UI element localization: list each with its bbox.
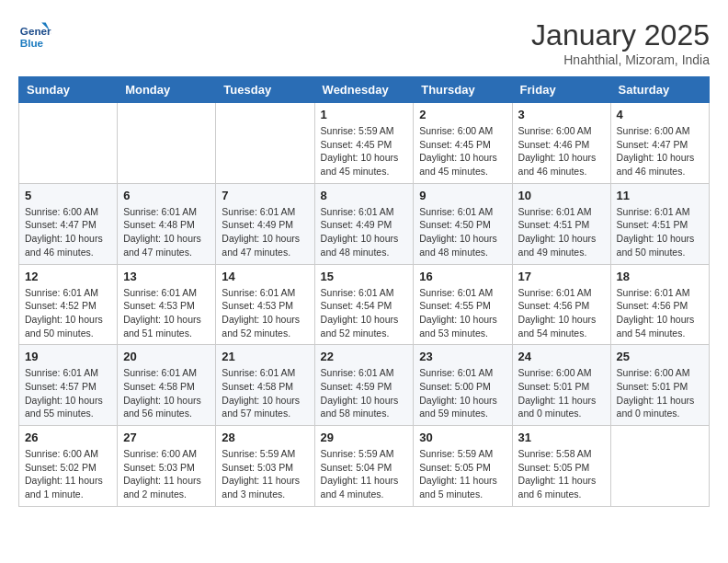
day-number: 12 bbox=[25, 270, 111, 283]
day-info: Sunrise: 6:01 AM Sunset: 4:59 PM Dayligh… bbox=[321, 366, 408, 420]
calendar-cell: 8Sunrise: 6:01 AM Sunset: 4:49 PM Daylig… bbox=[314, 183, 414, 264]
calendar-cell: 2Sunrise: 6:00 AM Sunset: 4:45 PM Daylig… bbox=[414, 103, 512, 184]
week-row-2: 5Sunrise: 6:00 AM Sunset: 4:47 PM Daylig… bbox=[19, 183, 710, 264]
day-info: Sunrise: 6:00 AM Sunset: 5:01 PM Dayligh… bbox=[617, 366, 703, 420]
day-number: 24 bbox=[518, 350, 605, 363]
calendar-cell: 11Sunrise: 6:01 AM Sunset: 4:51 PM Dayli… bbox=[610, 183, 709, 264]
day-number: 3 bbox=[518, 108, 605, 121]
day-info: Sunrise: 6:01 AM Sunset: 4:49 PM Dayligh… bbox=[222, 205, 308, 259]
page-header: General Blue January 2025 Hnahthial, Miz… bbox=[18, 18, 710, 67]
calendar-cell bbox=[610, 426, 709, 507]
day-info: Sunrise: 6:00 AM Sunset: 4:45 PM Dayligh… bbox=[419, 124, 506, 178]
weekday-header-row: SundayMondayTuesdayWednesdayThursdayFrid… bbox=[19, 77, 710, 103]
weekday-header-monday: Monday bbox=[118, 77, 216, 103]
calendar-cell: 24Sunrise: 6:00 AM Sunset: 5:01 PM Dayli… bbox=[512, 345, 610, 426]
calendar-cell bbox=[216, 103, 314, 184]
day-number: 29 bbox=[321, 431, 408, 444]
calendar-cell: 20Sunrise: 6:01 AM Sunset: 4:58 PM Dayli… bbox=[118, 345, 216, 426]
calendar-cell: 28Sunrise: 5:59 AM Sunset: 5:03 PM Dayli… bbox=[216, 426, 314, 507]
day-info: Sunrise: 6:01 AM Sunset: 5:00 PM Dayligh… bbox=[419, 366, 506, 420]
svg-text:Blue: Blue bbox=[20, 37, 44, 49]
day-number: 17 bbox=[518, 270, 605, 283]
day-number: 6 bbox=[123, 189, 210, 202]
day-info: Sunrise: 6:01 AM Sunset: 4:58 PM Dayligh… bbox=[123, 366, 210, 420]
calendar-cell: 16Sunrise: 6:01 AM Sunset: 4:55 PM Dayli… bbox=[414, 264, 512, 345]
week-row-3: 12Sunrise: 6:01 AM Sunset: 4:52 PM Dayli… bbox=[19, 264, 710, 345]
day-info: Sunrise: 6:01 AM Sunset: 4:57 PM Dayligh… bbox=[25, 366, 111, 420]
day-number: 5 bbox=[25, 189, 111, 202]
calendar-cell: 10Sunrise: 6:01 AM Sunset: 4:51 PM Dayli… bbox=[512, 183, 610, 264]
week-row-5: 26Sunrise: 6:00 AM Sunset: 5:02 PM Dayli… bbox=[19, 426, 710, 507]
calendar-cell: 6Sunrise: 6:01 AM Sunset: 4:48 PM Daylig… bbox=[118, 183, 216, 264]
day-info: Sunrise: 6:01 AM Sunset: 4:51 PM Dayligh… bbox=[518, 205, 605, 259]
day-info: Sunrise: 6:01 AM Sunset: 4:58 PM Dayligh… bbox=[222, 366, 308, 420]
calendar-cell bbox=[19, 103, 118, 184]
day-number: 4 bbox=[617, 108, 703, 121]
day-info: Sunrise: 6:01 AM Sunset: 4:53 PM Dayligh… bbox=[123, 286, 210, 340]
day-number: 14 bbox=[222, 270, 308, 283]
day-info: Sunrise: 6:00 AM Sunset: 5:02 PM Dayligh… bbox=[25, 447, 111, 501]
weekday-header-tuesday: Tuesday bbox=[216, 77, 314, 103]
calendar-cell: 4Sunrise: 6:00 AM Sunset: 4:47 PM Daylig… bbox=[610, 103, 709, 184]
day-number: 9 bbox=[419, 189, 506, 202]
calendar-cell: 19Sunrise: 6:01 AM Sunset: 4:57 PM Dayli… bbox=[19, 345, 118, 426]
weekday-header-wednesday: Wednesday bbox=[314, 77, 414, 103]
calendar-cell: 18Sunrise: 6:01 AM Sunset: 4:56 PM Dayli… bbox=[610, 264, 709, 345]
day-number: 19 bbox=[25, 350, 111, 363]
day-number: 28 bbox=[222, 431, 308, 444]
day-info: Sunrise: 6:01 AM Sunset: 4:54 PM Dayligh… bbox=[321, 286, 408, 340]
day-number: 20 bbox=[123, 350, 210, 363]
day-info: Sunrise: 5:59 AM Sunset: 5:03 PM Dayligh… bbox=[222, 447, 308, 501]
location-subtitle: Hnahthial, Mizoram, India bbox=[531, 52, 710, 67]
day-info: Sunrise: 6:01 AM Sunset: 4:51 PM Dayligh… bbox=[617, 205, 703, 259]
calendar-cell: 22Sunrise: 6:01 AM Sunset: 4:59 PM Dayli… bbox=[314, 345, 414, 426]
weekday-header-thursday: Thursday bbox=[414, 77, 512, 103]
day-info: Sunrise: 6:00 AM Sunset: 4:47 PM Dayligh… bbox=[617, 124, 703, 178]
calendar-cell: 12Sunrise: 6:01 AM Sunset: 4:52 PM Dayli… bbox=[19, 264, 118, 345]
calendar-cell: 15Sunrise: 6:01 AM Sunset: 4:54 PM Dayli… bbox=[314, 264, 414, 345]
calendar-cell: 9Sunrise: 6:01 AM Sunset: 4:50 PM Daylig… bbox=[414, 183, 512, 264]
calendar-cell: 26Sunrise: 6:00 AM Sunset: 5:02 PM Dayli… bbox=[19, 426, 118, 507]
day-number: 16 bbox=[419, 270, 506, 283]
weekday-header-friday: Friday bbox=[512, 77, 610, 103]
day-number: 8 bbox=[321, 189, 408, 202]
day-info: Sunrise: 5:59 AM Sunset: 5:04 PM Dayligh… bbox=[321, 447, 408, 501]
day-info: Sunrise: 6:00 AM Sunset: 5:01 PM Dayligh… bbox=[518, 366, 605, 420]
day-info: Sunrise: 5:59 AM Sunset: 4:45 PM Dayligh… bbox=[321, 124, 408, 178]
calendar-cell: 21Sunrise: 6:01 AM Sunset: 4:58 PM Dayli… bbox=[216, 345, 314, 426]
day-number: 22 bbox=[321, 350, 408, 363]
day-info: Sunrise: 6:01 AM Sunset: 4:56 PM Dayligh… bbox=[518, 286, 605, 340]
weekday-header-saturday: Saturday bbox=[610, 77, 709, 103]
day-number: 2 bbox=[419, 108, 506, 121]
day-info: Sunrise: 6:00 AM Sunset: 5:03 PM Dayligh… bbox=[123, 447, 210, 501]
calendar-cell: 5Sunrise: 6:00 AM Sunset: 4:47 PM Daylig… bbox=[19, 183, 118, 264]
day-number: 26 bbox=[25, 431, 111, 444]
calendar-cell: 25Sunrise: 6:00 AM Sunset: 5:01 PM Dayli… bbox=[610, 345, 709, 426]
logo-icon: General Blue bbox=[18, 18, 51, 52]
weekday-header-sunday: Sunday bbox=[19, 77, 118, 103]
day-info: Sunrise: 6:00 AM Sunset: 4:47 PM Dayligh… bbox=[25, 205, 111, 259]
day-number: 11 bbox=[617, 189, 703, 202]
day-number: 23 bbox=[419, 350, 506, 363]
calendar-cell: 30Sunrise: 5:59 AM Sunset: 5:05 PM Dayli… bbox=[414, 426, 512, 507]
month-title: January 2025 bbox=[531, 18, 710, 52]
day-number: 1 bbox=[321, 108, 408, 121]
day-number: 18 bbox=[617, 270, 703, 283]
day-info: Sunrise: 6:01 AM Sunset: 4:50 PM Dayligh… bbox=[419, 205, 506, 259]
calendar-cell: 1Sunrise: 5:59 AM Sunset: 4:45 PM Daylig… bbox=[314, 103, 414, 184]
calendar-cell: 23Sunrise: 6:01 AM Sunset: 5:00 PM Dayli… bbox=[414, 345, 512, 426]
day-number: 31 bbox=[518, 431, 605, 444]
calendar-cell: 31Sunrise: 5:58 AM Sunset: 5:05 PM Dayli… bbox=[512, 426, 610, 507]
day-info: Sunrise: 6:01 AM Sunset: 4:49 PM Dayligh… bbox=[321, 205, 408, 259]
day-number: 25 bbox=[617, 350, 703, 363]
day-info: Sunrise: 5:58 AM Sunset: 5:05 PM Dayligh… bbox=[518, 447, 605, 501]
day-number: 15 bbox=[321, 270, 408, 283]
day-number: 21 bbox=[222, 350, 308, 363]
calendar-cell: 3Sunrise: 6:00 AM Sunset: 4:46 PM Daylig… bbox=[512, 103, 610, 184]
calendar-cell: 14Sunrise: 6:01 AM Sunset: 4:53 PM Dayli… bbox=[216, 264, 314, 345]
day-number: 30 bbox=[419, 431, 506, 444]
calendar-cell: 27Sunrise: 6:00 AM Sunset: 5:03 PM Dayli… bbox=[118, 426, 216, 507]
calendar-cell bbox=[118, 103, 216, 184]
calendar-cell: 29Sunrise: 5:59 AM Sunset: 5:04 PM Dayli… bbox=[314, 426, 414, 507]
day-info: Sunrise: 6:01 AM Sunset: 4:56 PM Dayligh… bbox=[617, 286, 703, 340]
